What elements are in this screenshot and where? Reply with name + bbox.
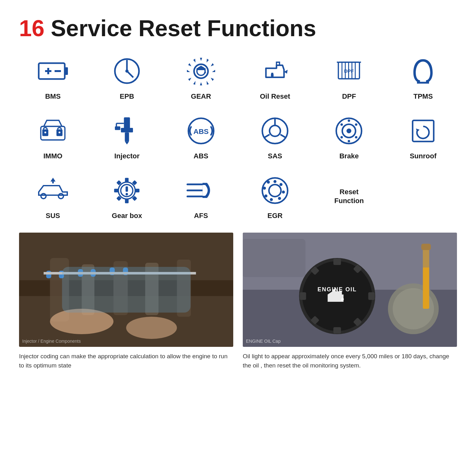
svg-rect-106	[334, 327, 341, 334]
svg-point-49	[355, 136, 358, 138]
icon-item-oil-reset: Oil Reset	[241, 54, 309, 101]
icon-item-immo: IMMO	[19, 113, 87, 160]
epb-icon-box	[109, 54, 144, 89]
icons-row3: SUS	[19, 173, 457, 220]
oil-caption: Oil light to appear approximately once e…	[243, 352, 457, 370]
icon-item-gear: GEAR	[167, 54, 235, 101]
svg-rect-1	[65, 67, 68, 75]
svg-point-71	[126, 193, 128, 195]
svg-marker-59	[50, 178, 56, 182]
svg-point-47	[348, 119, 350, 122]
svg-rect-61	[125, 178, 129, 182]
bms-icon-box	[36, 54, 70, 89]
immo-icon-box	[36, 113, 70, 148]
reset-function-label: ResetFunction	[334, 188, 364, 206]
injector-icon	[113, 116, 141, 146]
svg-point-29	[44, 131, 46, 133]
abs-icon-box: ABS	[183, 113, 218, 148]
icon-item-epb: EPB	[93, 54, 161, 101]
main-container: 16 Service Reset Functions BMS	[0, 0, 476, 383]
icon-item-brake: Brake	[315, 113, 383, 160]
icon-item-sas: SAS	[241, 113, 309, 160]
dpf-icon-box: DPF	[332, 54, 367, 89]
svg-point-41	[270, 125, 281, 136]
reset-function-item: ResetFunction	[315, 173, 383, 220]
svg-rect-70	[126, 186, 128, 192]
gearbox-icon	[112, 175, 142, 206]
svg-rect-64	[136, 188, 140, 192]
dpf-icon: DPF	[334, 56, 364, 86]
svg-text:ABS: ABS	[193, 127, 208, 136]
egr-icon	[260, 175, 290, 206]
svg-rect-90	[145, 263, 159, 315]
sunroof-icon-box	[406, 113, 440, 148]
svg-point-82	[264, 195, 268, 198]
icons-row1: BMS EPB	[19, 54, 457, 101]
tpms-label: TPMS	[413, 92, 433, 101]
svg-rect-91	[177, 260, 191, 317]
icon-item-sunroof: Sunroof	[389, 113, 457, 160]
svg-point-83	[263, 187, 266, 190]
svg-rect-62	[125, 199, 129, 203]
svg-point-79	[282, 190, 285, 194]
immo-label: IMMO	[43, 152, 63, 160]
bms-icon	[37, 58, 69, 84]
injector-photo-block: Injector coding can make the appropriate…	[19, 233, 233, 370]
gearbox-label: Gear box	[112, 212, 142, 220]
brake-icon-box	[332, 113, 367, 148]
immo-icon	[38, 116, 68, 146]
icon-item-injector: Injector	[93, 113, 161, 160]
sus-icon	[36, 178, 70, 203]
oil-photo-img: ENGINE OIL	[243, 233, 457, 347]
photos-section: Injector coding can make the appropriate…	[19, 233, 457, 370]
icon-item-dpf: DPF DPF	[315, 54, 383, 101]
gear-label: GEAR	[191, 92, 211, 101]
abs-label: ABS	[194, 152, 208, 160]
egr-label: EGR	[268, 212, 283, 220]
svg-point-57	[58, 194, 63, 199]
sunroof-icon	[408, 116, 438, 146]
svg-rect-108	[368, 292, 375, 300]
icons-row2: IMMO Injector	[19, 113, 457, 160]
oil-reset-label: Oil Reset	[260, 92, 290, 101]
svg-rect-88	[82, 264, 95, 315]
injector-label: Injector	[114, 152, 139, 160]
svg-rect-97	[123, 268, 128, 275]
svg-rect-105	[334, 259, 341, 265]
injector-photo-svg	[19, 233, 233, 347]
svg-rect-107	[300, 292, 306, 300]
svg-point-81	[270, 198, 273, 201]
svg-rect-11	[196, 68, 206, 70]
svg-rect-119	[385, 236, 457, 268]
brake-label: Brake	[339, 152, 359, 160]
svg-point-52	[340, 123, 343, 126]
icon-item-empty	[389, 173, 457, 220]
abs-icon: ABS	[186, 116, 216, 146]
svg-text:DPF: DPF	[344, 68, 354, 74]
svg-rect-94	[78, 269, 83, 277]
oil-reset-icon	[260, 56, 290, 86]
gear-icon-box	[183, 54, 218, 89]
svg-rect-37	[115, 126, 120, 130]
sus-label: SUS	[46, 212, 60, 220]
brake-icon	[334, 116, 364, 146]
oil-photo-block: ENGINE OIL Oil light to	[243, 233, 457, 370]
icon-item-tpms: TPMS	[389, 54, 457, 101]
svg-line-43	[264, 135, 270, 138]
dpf-label: DPF	[342, 92, 356, 101]
injector-icon-box	[109, 113, 144, 148]
icon-item-egr: EGR	[241, 173, 309, 220]
bms-label: BMS	[45, 92, 61, 101]
svg-rect-89	[114, 261, 128, 315]
svg-point-77	[274, 180, 277, 183]
svg-point-99	[50, 309, 114, 334]
gear-icon	[186, 56, 216, 86]
svg-marker-12	[197, 66, 205, 68]
svg-point-76	[269, 184, 281, 196]
svg-rect-118	[243, 239, 306, 277]
svg-rect-33	[121, 128, 133, 132]
tpms-icon-box	[406, 54, 440, 89]
sus-icon-box	[36, 173, 70, 208]
svg-rect-34	[125, 132, 129, 142]
svg-rect-32	[124, 117, 130, 129]
